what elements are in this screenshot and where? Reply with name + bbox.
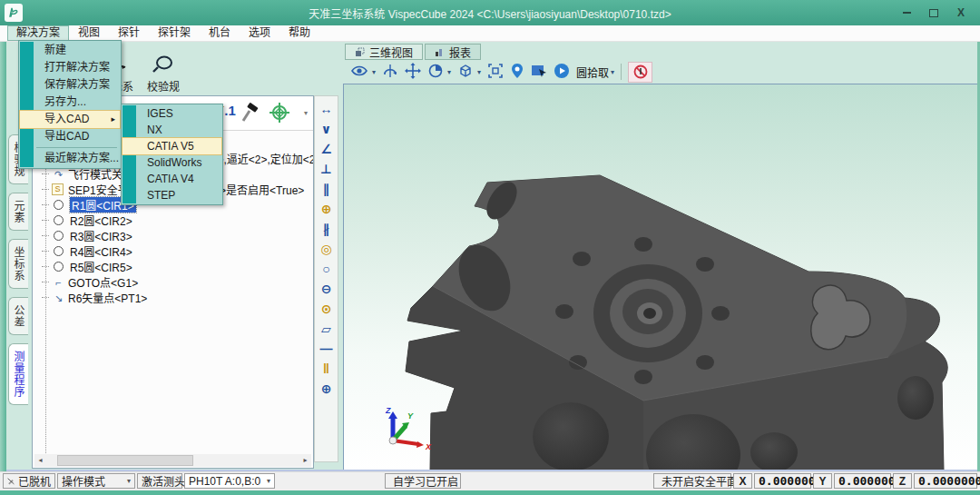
restore-button[interactable] [920,0,947,25]
tab-tolerance[interactable]: 公差 [8,297,28,335]
dropdown-caret-icon[interactable]: ▾ [372,68,376,76]
axis-z-label: Z [385,406,391,415]
submenu-step[interactable]: STEP [122,187,221,203]
menu-item-options[interactable]: 选项 [240,25,279,41]
gdt-symmetry-icon[interactable]: ‖ [323,361,329,377]
gdt-perpendicularity-icon[interactable]: ⊥ [320,161,332,177]
box-select-button[interactable] [531,64,547,81]
gdt-angle-v-icon[interactable]: ∨ [321,121,331,137]
tree-item-circle-r4[interactable]: R4圆<CIR4> [33,243,313,259]
menu-item-view[interactable]: 视图 [69,25,109,41]
pan-view-button[interactable] [405,63,421,82]
gdt-straightness-icon[interactable]: — [320,341,333,357]
scrollbar-thumb[interactable] [57,455,193,466]
calibration-gauge-label: 校验规 [142,78,184,94]
menu-save-as[interactable]: 另存为... [20,94,120,111]
tab-report[interactable]: 报表 [425,44,481,60]
submenu-solidworks[interactable]: SolidWorks [122,154,221,171]
coord-z-value: 0.0000000 [914,473,977,489]
gdt-parallelism-icon[interactable]: ∥ [323,181,329,197]
gdt-position-icon[interactable]: ⊕ [321,381,332,397]
gdt-angularity-icon[interactable]: ∦ [323,221,329,237]
submenu-nx[interactable]: NX [122,122,221,138]
submenu-catia-v5[interactable]: CATIA V5 [122,138,221,154]
gdt-circularity-icon[interactable]: ○ [322,261,329,277]
gdt-runout-icon[interactable]: ⊖ [321,281,332,297]
submenu-arrow-icon: ▸ [111,111,115,128]
window-bottom-edge [0,490,980,495]
menu-item-probe[interactable]: 探针 [109,25,149,41]
gdt-distance-icon[interactable]: ↔ [320,101,333,117]
gdt-concentricity-icon[interactable]: ◎ [320,241,331,257]
hammer-icon[interactable] [240,102,261,126]
gdt-total-runout-icon[interactable]: ⊙ [321,301,332,317]
circle-icon [54,246,64,256]
menu-recent-solutions[interactable]: 最近解决方案... [20,150,120,167]
gdt-flatness-icon[interactable]: ▱ [321,321,331,337]
probe-combo[interactable]: PH10T A:0,B:0 ▾ [184,473,275,489]
dropdown-caret-icon[interactable]: ▾ [477,68,481,76]
gdt-position-small-icon[interactable]: ⊕ [321,201,332,217]
cube-view-button[interactable] [457,63,474,82]
tree-item-circle-r2[interactable]: R2圆<CIR2> [33,213,313,228]
circle-icon [54,231,64,241]
window-controls: X [893,0,975,25]
menu-item-help[interactable]: 帮助 [279,25,319,41]
offline-pen-icon [7,475,15,487]
gdt-angle-icon[interactable]: ∠ [320,141,332,157]
tab-3d-view[interactable]: 三维视图 [345,44,423,60]
menu-item-probe-rack[interactable]: 探针架 [149,25,200,41]
submenu-iges[interactable]: IGES [122,105,221,122]
circle-pick-dropdown[interactable]: 圆拾取 ▾ [576,64,614,80]
scroll-left-icon[interactable]: ◂ [34,455,46,466]
submenu-catia-v4[interactable]: CATIA V4 [122,171,221,187]
locate-pin-button[interactable] [510,63,524,82]
coord-z-label: Z [893,473,912,489]
operation-mode-combo[interactable]: 操作模式 ▾ [57,473,135,489]
coord-y-label: Y [813,473,832,489]
tab-elements[interactable]: 元素 [8,193,28,231]
offline-status: 已脱机 [3,473,55,489]
menu-open-solution[interactable]: 打开解决方案 [20,59,120,76]
play-button[interactable] [554,63,570,82]
probe-disable-indicator[interactable] [628,62,652,83]
tab-coordinate-system[interactable]: 坐标系 [8,239,28,289]
close-button[interactable]: X [947,0,975,25]
menu-bar: 解决方案 视图 探针 探针架 机台 选项 帮助 [0,25,980,42]
scroll-right-icon[interactable]: ▸ [299,455,311,466]
tree-item-circle-r5[interactable]: R5圆<CIR5> [33,259,313,274]
tree-item-vector-point[interactable]: ↘R6矢量点<PT1> [33,290,313,305]
menu-new[interactable]: 新建 [20,42,120,59]
render-style-button[interactable] [427,63,444,82]
menu-item-machine[interactable]: 机台 [200,25,240,41]
view3d-icon [355,47,365,57]
menu-export-cad[interactable]: 导出CAD [20,128,120,145]
calibration-gauge-button[interactable]: 校验规 [142,53,184,94]
zoom-fit-button[interactable] [487,63,504,82]
coord-x-label: X [733,473,752,489]
tree-item-circle-r3[interactable]: R3圆<CIR3> [33,228,313,243]
safety-plane-icon: S [52,183,64,195]
menu-save-solution[interactable]: 保存解决方案 [20,76,120,94]
vector-point-icon: ↘ [52,292,65,304]
rotate-view-button[interactable] [382,63,398,82]
tree-horizontal-scrollbar[interactable]: ◂ ▸ [34,454,311,467]
dropdown-caret-icon[interactable]: ▾ [447,68,451,76]
dropdown-caret-icon: ▾ [127,477,131,485]
restore-icon [929,9,938,17]
axis-target-icon[interactable] [269,102,290,126]
tree-item-goto[interactable]: ⌐GOTO点<G1> [33,274,313,290]
coord-y-value: 0.0000000 [834,473,891,489]
viewport-3d[interactable]: Z Y X [343,84,980,471]
tab-measure-program[interactable]: 测量程序 [8,343,28,405]
menu-import-cad[interactable]: 导入CAD ▸ [20,111,120,128]
view-mode-eye-button[interactable] [350,64,368,81]
minimize-button[interactable] [893,0,920,25]
menu-item-solution[interactable]: 解决方案 [7,25,69,41]
dropdown-caret-icon: ▾ [267,477,270,485]
cad-model[interactable] [344,84,979,470]
no-probe-icon [633,64,648,79]
axis-y-label: Y [407,411,414,421]
toolbar-overflow-icon[interactable]: ▾ [304,109,308,117]
minimize-icon [903,12,911,14]
